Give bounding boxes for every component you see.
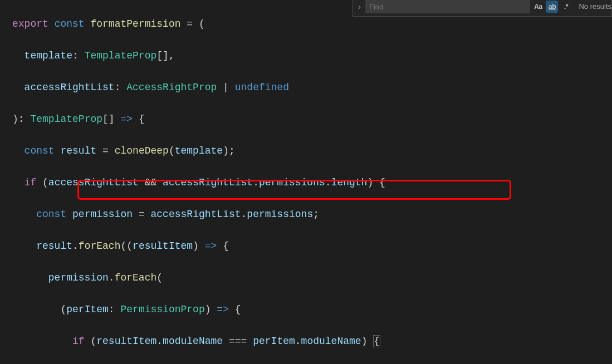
code-line: if (resultItem.moduleName === perItem.mo… [12,333,612,350]
code-line: (perItem: PermissionProp) => { [12,302,612,318]
code-line: accessRightList: AccessRightProp | undef… [12,80,612,96]
code-line: if (accessRightList && accessRightList.p… [12,175,612,191]
code-editor[interactable]: export const formatPermision = ( templat… [0,0,612,364]
code-line: const result = cloneDeep(template); [12,143,612,159]
code-line: ): TemplateProp[] => { [12,111,612,127]
code-line: export const formatPermision = ( [12,16,612,32]
code-line: const permission = accessRightList.permi… [12,206,612,223]
code-line: template: TemplateProp[], [12,48,612,64]
code-line: permission.forEach( [12,270,612,286]
code-line: result.forEach((resultItem) => { [12,238,612,254]
